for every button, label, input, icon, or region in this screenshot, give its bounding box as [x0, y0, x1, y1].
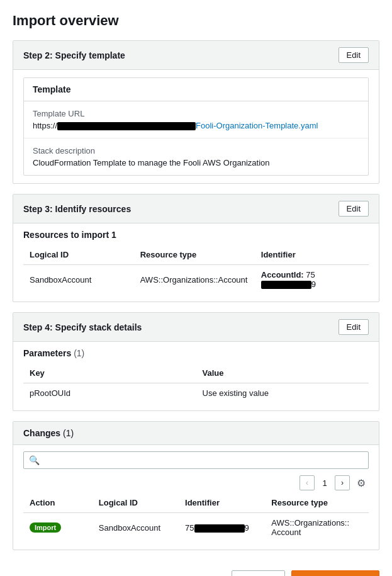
identifier-label: AccountId:: [261, 270, 304, 280]
search-input[interactable]: [43, 456, 363, 465]
col-identifier: Identifier: [255, 245, 369, 265]
step4-section: Step 4: Specify stack details Edit Param…: [13, 312, 379, 411]
col-value: Value: [196, 363, 369, 383]
change-identifier-suffix: 9: [245, 523, 249, 533]
step3-edit-button[interactable]: Edit: [339, 201, 369, 217]
changes-section: Changes (1) 🔍 ‹ 1 › ⚙ Action Logical ID …: [13, 421, 379, 550]
template-url-label: Template URL: [33, 109, 359, 118]
step2-header: Step 2: Specify template Edit: [13, 41, 379, 70]
pagination-current: 1: [318, 478, 331, 488]
parameters-table: Key Value pRootOUId Use existing value: [23, 363, 369, 403]
resources-table: Logical ID Resource type Identifier Sand…: [23, 245, 369, 294]
col-action: Action: [23, 493, 92, 513]
stack-description-value: CloudFormation Template to manage the Fo…: [33, 158, 359, 167]
template-url-link[interactable]: Fooli-Organization-Template.yaml: [196, 121, 318, 130]
pagination-row: ‹ 1 › ⚙: [13, 473, 379, 493]
col-logical-id: Logical ID: [92, 493, 179, 513]
pagination-settings-icon[interactable]: ⚙: [354, 475, 369, 490]
pagination-prev-button[interactable]: ‹: [300, 475, 315, 490]
table-row: Import SandboxAccount 759 AWS::Organizat…: [23, 513, 369, 543]
step4-header: Step 4: Specify stack details Edit: [13, 313, 379, 342]
search-icon: 🔍: [29, 455, 40, 465]
col-identifier: Identifier: [179, 493, 265, 513]
page-title: Import overview: [13, 13, 379, 29]
changes-header: Changes (1): [13, 422, 379, 445]
table-row: SandboxAccount AWS::Organizations::Accou…: [23, 265, 369, 295]
step4-edit-button[interactable]: Edit: [339, 319, 369, 335]
step2-inner-title: Template: [24, 78, 368, 101]
identifier-redacted: [261, 281, 311, 289]
template-url-field: Template URL https://Fooli-Organization-…: [24, 101, 368, 138]
changes-search-bar[interactable]: 🔍: [23, 451, 369, 469]
changes-title: Changes (1): [23, 428, 74, 438]
param-key: pRootOUId: [23, 383, 196, 404]
step3-title: Step 3: Identify resources: [23, 204, 131, 214]
col-logical-id: Logical ID: [23, 245, 134, 265]
parameters-table-header: Key Value: [23, 363, 369, 383]
previous-button[interactable]: Previous: [232, 570, 285, 576]
template-url-text-prefix: https://: [33, 121, 57, 130]
stack-description-label: Stack description: [33, 146, 359, 155]
param-value: Use existing value: [196, 383, 369, 404]
cancel-button[interactable]: Cancel: [193, 571, 226, 576]
row-logical-id: SandboxAccount: [23, 265, 134, 295]
step2-inner-box: Template Template URL https://Fooli-Orga…: [23, 77, 369, 176]
stack-description-field: Stack description CloudFormation Templat…: [24, 138, 368, 175]
change-resource-type: AWS::Organizations::Account: [265, 513, 369, 543]
row-resource-type: AWS::Organizations::Account: [134, 265, 255, 295]
change-identifier: 759: [179, 513, 265, 543]
resources-label: Resources to import 1: [23, 223, 369, 245]
pagination-next-button[interactable]: ›: [335, 475, 350, 490]
changes-table: Action Logical ID Identifier Resource ty…: [23, 493, 369, 542]
col-resource-type: Resource type: [265, 493, 369, 513]
step4-table-wrap: Parameters (1) Key Value pRootOUId Use e…: [23, 342, 369, 403]
table-row: pRootOUId Use existing value: [23, 383, 369, 404]
changes-table-header: Action Logical ID Identifier Resource ty…: [23, 493, 369, 513]
changes-table-wrap: Action Logical ID Identifier Resource ty…: [23, 493, 369, 542]
template-url-redacted: [57, 122, 196, 130]
step3-table-wrap: Resources to import 1 Logical ID Resourc…: [23, 223, 369, 294]
col-resource-type: Resource type: [134, 245, 255, 265]
change-logical-id: SandboxAccount: [92, 513, 179, 543]
import-badge: Import: [30, 522, 61, 533]
change-identifier-redacted: [194, 524, 245, 533]
identifier-suffix: 9: [311, 280, 316, 289]
step2-title: Step 2: Specify template: [23, 50, 125, 60]
row-identifier: AccountId: 759: [255, 265, 369, 295]
parameters-label: Parameters (1): [23, 342, 369, 363]
footer: Cancel Previous Import resources: [13, 560, 379, 576]
import-resources-button[interactable]: Import resources: [291, 570, 379, 576]
change-identifier-prefix: 75: [185, 523, 194, 533]
step3-header: Step 3: Identify resources Edit: [13, 195, 379, 223]
template-url-value: https://Fooli-Organization-Template.yaml: [33, 121, 359, 130]
step3-section: Step 3: Identify resources Edit Resource…: [13, 194, 379, 302]
step4-title: Step 4: Specify stack details: [23, 322, 142, 332]
resources-table-header: Logical ID Resource type Identifier: [23, 245, 369, 265]
step2-edit-button[interactable]: Edit: [339, 47, 369, 63]
col-key: Key: [23, 363, 196, 383]
step2-section: Step 2: Specify template Edit Template T…: [13, 40, 379, 184]
change-action: Import: [23, 513, 92, 543]
identifier-prefix: 75: [306, 270, 315, 280]
